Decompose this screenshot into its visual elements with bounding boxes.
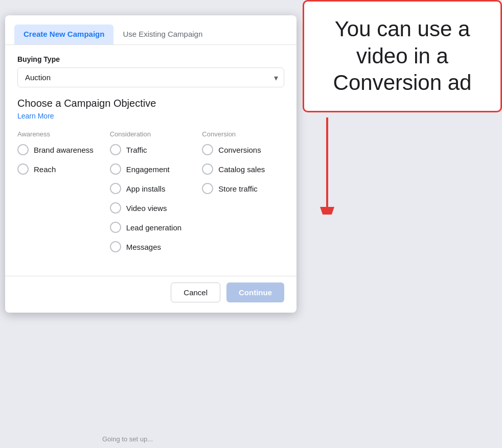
campaign-modal: Create New Campaign Use Existing Campaig… — [5, 15, 296, 313]
store-traffic-label: Store traffic — [218, 184, 257, 193]
radio-app-installs[interactable]: App installs — [110, 183, 192, 194]
learn-more-link[interactable]: Learn More — [17, 112, 54, 120]
tab-bar: Create New Campaign Use Existing Campaig… — [5, 15, 296, 45]
radio-lead-generation[interactable]: Lead generation — [110, 222, 192, 233]
radio-circle-video-views — [110, 202, 121, 214]
radio-circle-catalog-sales — [202, 163, 213, 175]
conversion-column: Conversion Conversions Catalog sales Sto… — [202, 130, 284, 261]
background-label: Going to set up... — [102, 435, 153, 443]
objective-grid: Awareness Brand awareness Reach Consider… — [17, 130, 284, 261]
continue-button[interactable]: Continue — [226, 282, 284, 302]
awareness-column: Awareness Brand awareness Reach — [17, 130, 100, 261]
radio-circle-lead-generation — [110, 222, 121, 233]
radio-circle-conversions — [202, 144, 213, 155]
app-installs-label: App installs — [126, 184, 166, 193]
engagement-label: Engagement — [126, 165, 170, 174]
radio-circle-store-traffic — [202, 183, 213, 194]
tooltip-callout: You can use a video in a Conversion ad — [303, 0, 502, 112]
radio-circle-reach — [17, 163, 29, 175]
objective-title: Choose a Campaign Objective — [17, 98, 284, 109]
tab-create-new[interactable]: Create New Campaign — [14, 25, 113, 44]
consideration-header: Consideration — [110, 130, 192, 138]
cancel-button[interactable]: Cancel — [171, 282, 220, 302]
radio-engagement[interactable]: Engagement — [110, 163, 192, 175]
radio-video-views[interactable]: Video views — [110, 202, 192, 214]
radio-circle-messages — [110, 241, 121, 252]
radio-messages[interactable]: Messages — [110, 241, 192, 252]
radio-catalog-sales[interactable]: Catalog sales — [202, 163, 284, 175]
catalog-sales-label: Catalog sales — [218, 165, 265, 174]
lead-generation-label: Lead generation — [126, 223, 181, 232]
buying-type-label: Buying Type — [17, 55, 284, 63]
traffic-label: Traffic — [126, 146, 147, 154]
radio-circle-traffic — [110, 144, 121, 155]
video-views-label: Video views — [126, 204, 167, 213]
tooltip-text: You can use a video in a Conversion ad — [333, 17, 472, 95]
brand-awareness-label: Brand awareness — [34, 146, 94, 154]
consideration-column: Consideration Traffic Engagement App ins… — [110, 130, 192, 261]
buying-type-select[interactable]: Auction — [17, 67, 284, 87]
messages-label: Messages — [126, 243, 161, 251]
modal-body: Buying Type Auction Choose a Campaign Ob… — [5, 45, 296, 271]
buying-type-wrapper: Auction — [17, 67, 284, 87]
radio-circle-app-installs — [110, 183, 121, 194]
radio-circle-brand-awareness — [17, 144, 29, 155]
conversions-label: Conversions — [218, 146, 261, 154]
conversion-header: Conversion — [202, 130, 284, 138]
radio-traffic[interactable]: Traffic — [110, 144, 192, 155]
arrow-indicator — [296, 112, 358, 215]
tab-use-existing[interactable]: Use Existing Campaign — [113, 25, 212, 44]
radio-conversions[interactable]: Conversions — [202, 144, 284, 155]
radio-reach[interactable]: Reach — [17, 163, 100, 175]
radio-store-traffic[interactable]: Store traffic — [202, 183, 284, 194]
awareness-header: Awareness — [17, 130, 100, 138]
radio-circle-engagement — [110, 163, 121, 175]
radio-brand-awareness[interactable]: Brand awareness — [17, 144, 100, 155]
modal-footer: Cancel Continue — [5, 276, 296, 302]
reach-label: Reach — [34, 165, 56, 174]
